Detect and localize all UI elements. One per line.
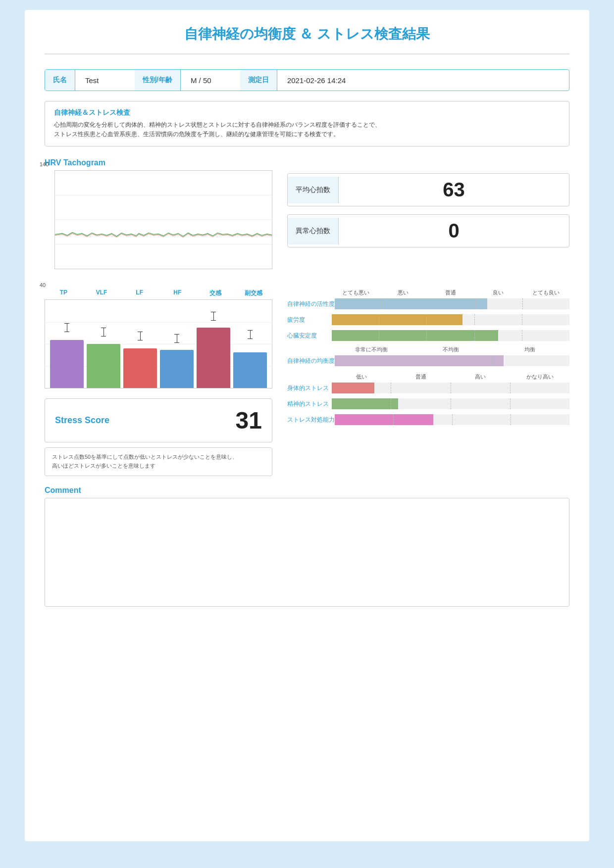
rating-ans-activity: 自律神経の活性度 (287, 298, 569, 309)
hrv-chart (54, 170, 272, 269)
stress-score-label: Stress Score (55, 415, 236, 426)
abnormal-hr-label: 異常心拍数 (288, 218, 339, 244)
rating-balance-label: 自律神経の均衡度 (287, 357, 335, 365)
balance-header-labels: 非常に不均衡 不均衡 均衡 (332, 346, 569, 353)
header-very-bad: とても悪い (332, 289, 379, 296)
page-title: 自律神経の均衡度 ＆ ストレス検査結果 (45, 25, 569, 54)
header-medium: 普通 (391, 373, 451, 381)
stress-header-labels: 低い 普通 高い かなり高い (332, 373, 569, 381)
hrv-title: HRV Tachogram (45, 158, 272, 167)
bar-vlf (87, 305, 120, 388)
rating-heart-label: 心臓安定度 (287, 332, 332, 340)
rating-physical-bar-container (332, 383, 569, 393)
header-bad: 悪い (379, 289, 427, 296)
stress-score-box: Stress Score 31 (45, 398, 272, 442)
patient-date-label: 測定日 (240, 70, 277, 91)
rating-ans-balance: 自律神経の均衡度 (287, 355, 569, 366)
rating-heart-bar-container (332, 330, 569, 341)
stress-note-line1: ストレス点数50を基準にして点数が低いとストレスが少ないことを意味し、 (52, 454, 238, 460)
bar-label-hf: HF (158, 289, 197, 297)
rating-fatigue: 疲労度 (287, 314, 569, 325)
patient-name-label: 氏名 (45, 70, 75, 91)
info-box-text: 心拍周期の変化を分析して肉体的、精神的ストレス状態とストレスに対する自律神経系の… (54, 120, 560, 139)
frequency-left: TP VLF LF HF 交感 副交感 (45, 289, 272, 476)
patient-gender-field: 性別/年齢 M / 50 (135, 70, 240, 91)
rating-fatigue-bar-container (332, 314, 569, 325)
bar-parasympathetic (233, 305, 267, 388)
hrv-y-top: 140 (40, 161, 49, 167)
bar-label-parasympathetic: 副交感 (234, 289, 272, 297)
header-high: 高い (451, 373, 510, 381)
rating-coping-label: ストレス対処能力 (287, 416, 335, 424)
info-box-title: 自律神経＆ストレス検査 (54, 108, 560, 117)
rating-mental-stress: 精神的ストレス (287, 398, 569, 409)
bar-label-vlf: VLF (83, 289, 121, 297)
header-low: 低い (332, 373, 391, 381)
rating-coping-bar-container (335, 414, 569, 425)
bar-sympathetic (197, 305, 230, 388)
header-very-unbalanced: 非常に不均衡 (332, 346, 411, 353)
abnormal-hr-box: 異常心拍数 0 (287, 214, 569, 247)
rating-physical-stress: 身体的ストレス (287, 383, 569, 393)
bar-tp (50, 305, 84, 388)
rating-mental-label: 精神的ストレス (287, 400, 332, 408)
header-balanced: 均衡 (490, 346, 569, 353)
header-unbalanced: 不均衡 (411, 346, 490, 353)
bar-label-lf: LF (120, 289, 158, 297)
header-good: 良い (474, 289, 522, 296)
rating-ans-bar-container (335, 298, 569, 309)
frequency-chart: TP VLF LF HF 交感 副交感 (45, 289, 272, 388)
patient-name-value: Test (75, 70, 135, 91)
rating-physical-label: 身体的ストレス (287, 384, 332, 392)
stress-score-value: 31 (236, 407, 262, 434)
patient-date-field: 測定日 2021-02-26 14:24 (240, 70, 569, 91)
bar-chart-container (45, 299, 272, 388)
bar-label-sympathetic: 交感 (197, 289, 235, 297)
avg-hr-box: 平均心拍数 63 (287, 173, 569, 206)
stress-note: ストレス点数50を基準にして点数が低いとストレスが少ないことを意味し、 高いほど… (45, 447, 272, 476)
abnormal-hr-value: 0 (339, 215, 569, 247)
patient-date-value: 2021-02-26 14:24 (277, 70, 356, 91)
info-box: 自律神経＆ストレス検査 心拍周期の変化を分析して肉体的、精神的ストレス状態とスト… (45, 101, 569, 146)
hrv-y-bottom: 40 (40, 282, 46, 288)
rating-stress-coping: ストレス対処能力 (287, 414, 569, 425)
comment-section: Comment (45, 486, 569, 607)
hrv-wrapper: 140 40 (45, 170, 272, 279)
patient-gender-label: 性別/年齢 (135, 70, 181, 91)
comment-box (45, 498, 569, 607)
ratings-header-labels: とても悪い 悪い 普通 良い とても良い (332, 289, 569, 296)
rating-ans-label: 自律神経の活性度 (287, 300, 335, 308)
hrv-right: 平均心拍数 63 異常心拍数 0 (287, 158, 569, 279)
bar-label-tp: TP (45, 289, 83, 297)
balance-header: 非常に不均衡 不均衡 均衡 (287, 346, 569, 353)
header-very-high: かなり高い (510, 373, 569, 381)
rating-fatigue-label: 疲労度 (287, 316, 332, 324)
stress-note-line2: 高いほどストレスが多いことを意味します (52, 463, 155, 469)
bar-lf (123, 305, 157, 388)
avg-hr-label: 平均心拍数 (288, 177, 339, 203)
header-normal: 普通 (427, 289, 474, 296)
patient-info-bar: 氏名 Test 性別/年齢 M / 50 測定日 2021-02-26 14:2… (45, 69, 569, 91)
ratings-right: とても悪い 悪い 普通 良い とても良い 自律神経の活性度 (287, 289, 569, 476)
hrv-row: HRV Tachogram 140 40 (45, 158, 569, 279)
stress-rating-header: 低い 普通 高い かなり高い (287, 373, 569, 381)
ratings-header: とても悪い 悪い 普通 良い とても良い (287, 289, 569, 296)
patient-gender-value: M / 50 (181, 70, 240, 91)
report-page: 自律神経の均衡度 ＆ ストレス検査結果 氏名 Test 性別/年齢 M / 50… (25, 10, 589, 841)
analysis-row: TP VLF LF HF 交感 副交感 (45, 289, 569, 476)
comment-title: Comment (45, 486, 569, 495)
avg-hr-value: 63 (339, 174, 569, 206)
rating-heart-stability: 心臓安定度 (287, 330, 569, 341)
header-very-good: とても良い (522, 289, 569, 296)
rating-balance-bar-container (335, 355, 569, 366)
patient-name-field: 氏名 Test (45, 70, 135, 91)
rating-mental-bar-container (332, 398, 569, 409)
bar-chart-headers: TP VLF LF HF 交感 副交感 (45, 289, 272, 297)
bar-hf (160, 305, 194, 388)
hrv-left: HRV Tachogram 140 40 (45, 158, 272, 279)
